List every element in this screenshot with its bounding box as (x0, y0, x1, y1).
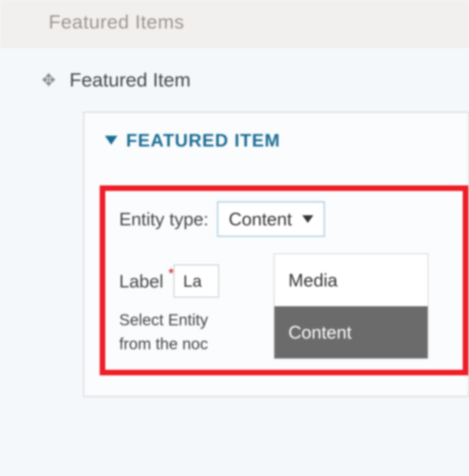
section-title: Featured Items (49, 10, 453, 33)
label-input[interactable] (174, 265, 219, 298)
dropdown-option-content[interactable]: Content (274, 306, 428, 358)
entity-type-dropdown[interactable]: Media Content (274, 253, 428, 359)
entity-type-select[interactable]: Content (217, 201, 325, 237)
content-area: ✥ Featured Item FEATURED ITEM Entity typ… (0, 48, 469, 397)
highlight-annotation: Entity type: Content Label 181541 Select… (100, 185, 468, 375)
collapsible-header[interactable]: FEATURED ITEM (105, 130, 468, 151)
fieldset-title: FEATURED ITEM (126, 130, 280, 151)
help-text-part: Select Entity (119, 308, 208, 332)
triangle-down-icon (105, 136, 117, 145)
chevron-down-icon (302, 215, 313, 223)
draggable-label: Featured Item (69, 68, 191, 91)
entity-type-label: Entity type: (119, 209, 208, 229)
fieldset-panel: FEATURED ITEM Entity type: Content Label… (83, 112, 469, 397)
select-value: Content (229, 209, 292, 229)
help-text-part: from the noc (119, 332, 208, 356)
draggable-item-row[interactable]: ✥ Featured Item (42, 68, 469, 91)
section-header: Featured Items (0, 0, 469, 48)
label-field-label: Label (119, 271, 163, 292)
dropdown-option-media[interactable]: Media (274, 254, 428, 306)
move-icon[interactable]: ✥ (42, 70, 56, 90)
entity-type-row: Entity type: Content (119, 201, 463, 237)
